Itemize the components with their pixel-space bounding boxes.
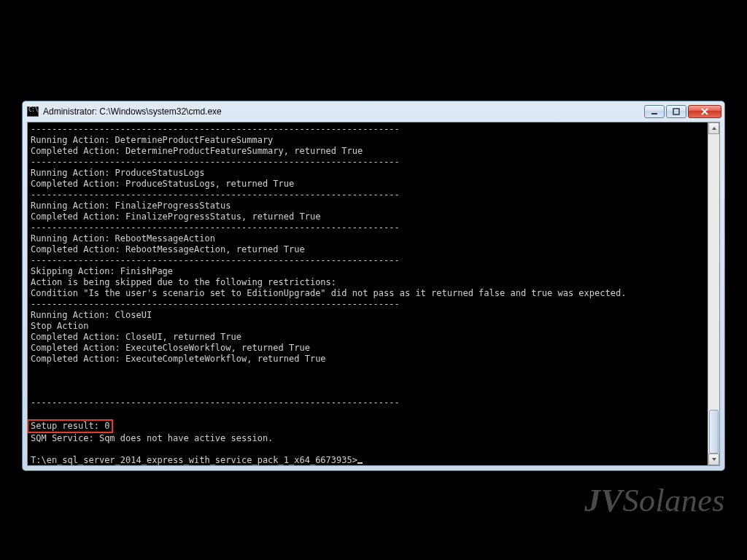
prompt: T:\en_sql_server_2014_express_with_servi… bbox=[31, 455, 357, 465]
output-line: Completed Action: CloseUI, returned True bbox=[31, 332, 241, 342]
watermark-initials: JV bbox=[584, 483, 622, 518]
output-line: Completed Action: ProduceStatusLogs, ret… bbox=[31, 179, 294, 189]
output-line: SQM Service: Sqm does not have active se… bbox=[31, 433, 273, 443]
maximize-button[interactable] bbox=[666, 105, 686, 118]
scroll-up-button[interactable] bbox=[708, 122, 719, 134]
minimize-button[interactable] bbox=[644, 105, 665, 118]
cursor-icon bbox=[357, 462, 363, 464]
cmd-window: Administrator: C:\Windows\system32\cmd.e… bbox=[22, 101, 725, 471]
watermark-name: Solanes bbox=[623, 483, 725, 518]
window-controls bbox=[644, 105, 721, 118]
output-line: ----------------------------------------… bbox=[31, 255, 400, 265]
output-line: Completed Action: ExecuteCloseWorkflow, … bbox=[31, 343, 310, 353]
output-line: Setup result: 0 bbox=[31, 421, 109, 431]
output-line: Completed Action: DetermineProductFeatur… bbox=[31, 146, 363, 156]
output-line: Skipping Action: FinishPage bbox=[31, 266, 173, 276]
output-line: Running Action: RebootMessageAction bbox=[31, 233, 215, 244]
output-line: Stop Action bbox=[31, 321, 88, 331]
output-line: Running Action: FinalizeProgressStatus bbox=[31, 201, 231, 211]
output-line: Completed Action: RebootMessageAction, r… bbox=[31, 244, 305, 254]
window-title: Administrator: C:\Windows\system32\cmd.e… bbox=[43, 106, 644, 117]
output-line: Running Action: DetermineProductFeatureS… bbox=[31, 135, 273, 145]
output-line: ----------------------------------------… bbox=[31, 299, 400, 309]
output-line: ----------------------------------------… bbox=[31, 124, 400, 134]
scroll-down-button[interactable] bbox=[708, 454, 719, 465]
output-line: Completed Action: ExecuteCompleteWorkflo… bbox=[31, 354, 326, 364]
output-line: ----------------------------------------… bbox=[31, 157, 400, 167]
output-line: Completed Action: FinalizeProgressStatus… bbox=[31, 211, 320, 222]
console-output[interactable]: ----------------------------------------… bbox=[28, 122, 708, 465]
output-line: ----------------------------------------… bbox=[31, 190, 400, 200]
output-line: Running Action: ProduceStatusLogs bbox=[31, 168, 204, 178]
svg-rect-0 bbox=[651, 113, 657, 114]
client-area: ----------------------------------------… bbox=[27, 122, 720, 466]
svg-rect-1 bbox=[673, 109, 679, 114]
output-line: Running Action: CloseUI bbox=[31, 310, 152, 320]
vertical-scrollbar[interactable] bbox=[708, 122, 719, 465]
setup-result-highlight: Setup result: 0 bbox=[28, 419, 113, 433]
output-line: ----------------------------------------… bbox=[31, 397, 400, 408]
output-line: ----------------------------------------… bbox=[31, 222, 400, 233]
cmd-icon bbox=[27, 106, 39, 117]
output-line: Action is being skipped due to the follo… bbox=[31, 277, 336, 287]
output-line: Condition "Is the user's scenario set to… bbox=[31, 288, 626, 298]
watermark: JVSolanes bbox=[584, 482, 725, 519]
scroll-track[interactable] bbox=[708, 134, 719, 454]
close-button[interactable] bbox=[688, 105, 721, 118]
titlebar[interactable]: Administrator: C:\Windows\system32\cmd.e… bbox=[23, 101, 724, 122]
scroll-thumb[interactable] bbox=[709, 410, 719, 454]
